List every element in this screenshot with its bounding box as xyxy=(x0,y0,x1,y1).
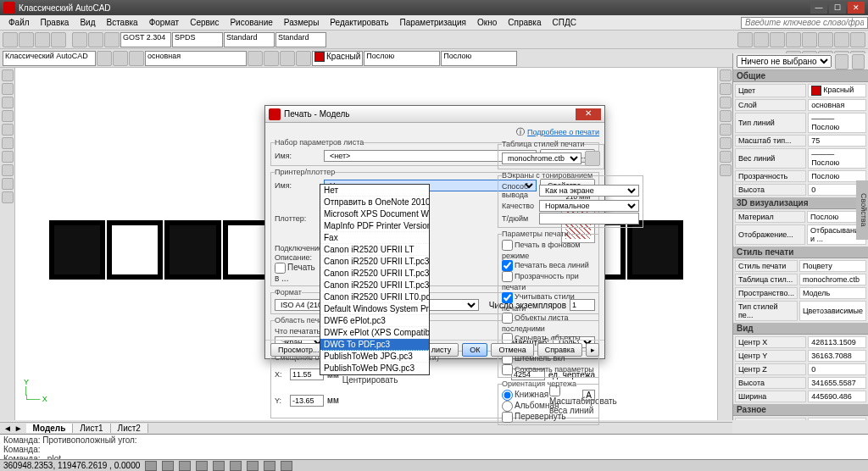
tool-icon[interactable] xyxy=(35,32,50,47)
dyn-toggle[interactable] xyxy=(264,461,275,471)
tool-icon[interactable] xyxy=(264,51,279,66)
property-value[interactable]: 36163.7088 xyxy=(808,350,866,362)
property-row[interactable]: МатериалПослою xyxy=(735,211,866,223)
expand-button[interactable]: ▸ xyxy=(586,343,599,357)
printer-option[interactable]: DWG To PDF.pc3 xyxy=(320,339,429,351)
menu-help[interactable]: Справка xyxy=(503,16,546,29)
modify-tool-icon[interactable] xyxy=(720,137,732,149)
standard1-select[interactable]: Standard xyxy=(224,32,275,47)
orient-landscape-radio[interactable]: Альбомная xyxy=(502,402,559,410)
close-button[interactable]: ✕ xyxy=(848,2,865,14)
property-row[interactable]: Слойосновная xyxy=(735,99,866,111)
polar-toggle[interactable] xyxy=(196,461,208,471)
property-value[interactable]: ——— Послою xyxy=(808,148,866,169)
printer-option[interactable]: PublishToWeb JPG.pc3 xyxy=(320,351,429,363)
property-value[interactable]: Цветозависимые xyxy=(799,301,866,321)
tool-icon[interactable] xyxy=(737,32,753,47)
printer-option[interactable]: Default Windows System Printer.pc3 xyxy=(320,303,429,315)
props-group-header[interactable]: 3D визуализация xyxy=(733,197,868,209)
mirror-checkbox[interactable]: Перевернуть xyxy=(502,413,566,421)
modify-tool-icon[interactable] xyxy=(720,110,732,122)
menu-edit[interactable]: Правка xyxy=(36,16,75,29)
maximize-button[interactable]: ☐ xyxy=(829,2,846,14)
tool-icon[interactable] xyxy=(248,51,263,66)
workspace-select[interactable]: Классический AutoCAD xyxy=(3,51,96,66)
printer-option[interactable]: Нет xyxy=(320,185,429,197)
property-value[interactable]: основная xyxy=(808,99,866,111)
printer-option[interactable]: Fax xyxy=(320,232,429,244)
color-select[interactable]: Красный xyxy=(312,51,363,66)
property-row[interactable]: Масштаб анн...1:1 xyxy=(735,418,866,420)
property-row[interactable]: Тип стилей пе...Цветозависимые xyxy=(735,301,866,321)
edit-style-button[interactable] xyxy=(585,151,600,166)
modify-tool-icon[interactable] xyxy=(720,97,732,108)
tool-icon[interactable] xyxy=(818,32,833,47)
tool-icon[interactable] xyxy=(104,32,120,47)
help-button[interactable]: Справка xyxy=(537,343,582,357)
tool-icon[interactable] xyxy=(3,32,18,47)
tab-model[interactable]: Модель xyxy=(26,424,74,433)
property-value[interactable]: Модель xyxy=(799,287,866,299)
plot-style-select[interactable]: monochrome.ctb xyxy=(502,152,581,164)
linetype-select[interactable]: Послою xyxy=(364,51,440,66)
plot-option-checkbox[interactable]: Объекты листа последними xyxy=(502,313,568,333)
property-value[interactable]: 75 xyxy=(808,135,866,147)
menu-window[interactable]: Окно xyxy=(472,16,502,29)
tool-icon[interactable] xyxy=(113,51,128,66)
offset-x-input[interactable] xyxy=(290,368,324,380)
property-row[interactable]: ПрозрачностьПослою xyxy=(735,170,866,182)
otrack-toggle[interactable] xyxy=(230,461,242,471)
draw-tool-icon[interactable] xyxy=(2,97,14,108)
property-value[interactable]: ——— Послою xyxy=(808,113,866,133)
property-row[interactable]: Вес линий——— Послою xyxy=(735,148,866,169)
menu-view[interactable]: Вид xyxy=(75,16,100,29)
grid-toggle[interactable] xyxy=(162,461,174,471)
tool-icon[interactable] xyxy=(97,51,112,66)
spds-select[interactable]: SPDS xyxy=(172,32,223,47)
property-value[interactable]: 341655.5587 xyxy=(808,377,866,389)
orient-portrait-radio[interactable]: Книжная xyxy=(502,391,548,399)
menu-spds[interactable]: СПДС xyxy=(548,16,581,29)
printer-option[interactable]: Canon iR2520 UFRII LT.pc3456789.pc3 xyxy=(320,280,429,291)
property-value[interactable]: 445690.486 xyxy=(808,391,866,402)
property-row[interactable]: Высота0 xyxy=(735,184,866,196)
lwt-toggle[interactable] xyxy=(281,461,292,471)
property-row[interactable]: Пространство...Модель xyxy=(735,287,866,299)
printer-option[interactable]: Canon iR2520 UFRII LT.pc3 xyxy=(320,256,429,268)
ducs-toggle[interactable] xyxy=(247,461,259,471)
menu-file[interactable]: Файл xyxy=(3,16,35,29)
props-group-header[interactable]: Разное xyxy=(733,404,868,416)
plot-option-checkbox[interactable]: Печатать веса линий xyxy=(502,261,589,269)
property-value[interactable]: Поцвету xyxy=(799,260,866,272)
printer-option[interactable]: MapInfo PDF Printer Version 12.0 xyxy=(320,220,429,232)
menu-format[interactable]: Формат xyxy=(144,16,185,29)
tool-icon[interactable] xyxy=(129,51,144,66)
tool-icon[interactable] xyxy=(850,32,865,47)
menu-modify[interactable]: Редактировать xyxy=(325,16,393,29)
draw-tool-icon[interactable] xyxy=(2,151,14,163)
selection-filter-select[interactable]: Ничего не выбрано xyxy=(737,55,832,68)
draw-tool-icon[interactable] xyxy=(2,110,14,122)
tab-layout1[interactable]: Лист1 xyxy=(73,424,110,433)
textstyle-select[interactable]: GOST 2.304 xyxy=(120,32,171,47)
property-row[interactable]: Ширина445690.486 xyxy=(735,391,866,402)
printer-dropdown-list[interactable]: НетОтправить в OneNote 2010Microsoft XPS… xyxy=(320,184,430,375)
property-row[interactable]: Высота341655.5587 xyxy=(735,377,866,389)
tool-icon[interactable] xyxy=(786,32,801,47)
property-row[interactable]: Стиль печатиПоцвету xyxy=(735,260,866,272)
osnap-toggle[interactable] xyxy=(213,461,225,471)
tool-icon[interactable] xyxy=(802,32,817,47)
lineweight-select[interactable]: Послою xyxy=(441,51,517,66)
draw-tool-icon[interactable] xyxy=(2,124,14,136)
draw-tool-icon[interactable] xyxy=(2,137,14,149)
property-row[interactable]: Центр Y36163.7088 xyxy=(735,350,866,362)
menu-draw[interactable]: Рисование xyxy=(225,16,277,29)
draw-tool-icon[interactable] xyxy=(2,178,14,190)
menu-tools[interactable]: Сервис xyxy=(185,16,224,29)
tool-icon[interactable] xyxy=(51,32,66,47)
props-group-header[interactable]: Общие xyxy=(733,70,868,82)
property-row[interactable]: Центр X428113.1509 xyxy=(735,336,866,348)
command-line[interactable]: Команда: Противоположный угол: Команда: … xyxy=(0,434,868,459)
property-row[interactable]: Центр Z0 xyxy=(735,363,866,375)
standard2-select[interactable]: Standard xyxy=(275,32,326,47)
